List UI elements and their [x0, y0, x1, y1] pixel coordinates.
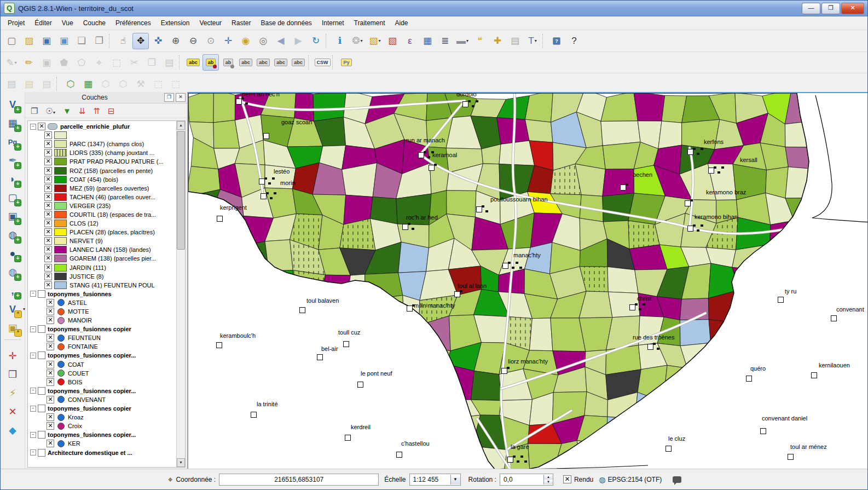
add-spatialite-layer-button[interactable]: ✒+ [4, 152, 21, 169]
visibility-checkbox[interactable]: ✕ [47, 316, 54, 324]
new-shapefile-layer-button[interactable]: V*▾ [4, 301, 21, 318]
legend-item-row[interactable]: ✕LANNEC LANN (158) (landes) [28, 245, 176, 254]
visibility-checkbox[interactable] [38, 405, 45, 412]
title-bar[interactable]: Q QGIS 2.8.1-Wien - territoire_du_scot —… [1, 1, 867, 16]
legend-item-row[interactable]: ✕MEZ (59) (parcelles ouvertes) [28, 184, 176, 193]
legend-item-row[interactable]: ✕MANOIR [28, 316, 176, 325]
menu-couche[interactable]: Couche [78, 18, 111, 28]
open-attribute-table-button[interactable]: ▦ [419, 33, 436, 49]
deselect-features-button[interactable]: ▧ [384, 33, 401, 49]
scale-combo[interactable]: 1:12 455 ▼ [409, 474, 461, 486]
open-project-button[interactable]: ▨ [21, 33, 37, 49]
new-spatialite-layer-button[interactable]: ▣* [4, 320, 21, 336]
panel-float-button[interactable]: ❐ [164, 93, 174, 102]
legend-item-row[interactable]: ✕ [28, 131, 176, 140]
visibility-checkbox[interactable]: ✕ [47, 440, 54, 447]
labeling-options-button[interactable]: abc [185, 54, 201, 71]
legend-item-row[interactable]: ✕PARC (1347) (champs clos) [28, 140, 176, 148]
remove-layer-button[interactable]: ⊟ [108, 107, 115, 115]
grass-edit-vector-button[interactable]: ⬡ [115, 76, 131, 92]
legend-item-row[interactable]: ✕Kroaz [28, 413, 176, 422]
layer-tree-scrollbar[interactable]: ▲ ▼ [176, 121, 185, 467]
label-toggle-visibility-button[interactable]: abc [238, 54, 254, 71]
label-pin-button[interactable]: ab [202, 54, 219, 71]
paste-features-button[interactable]: ▤ [161, 54, 177, 71]
add-group-button[interactable]: ❐ [31, 107, 38, 115]
toggle-editing-button[interactable]: ✏ [21, 54, 37, 71]
visibility-checkbox[interactable]: ✕ [47, 413, 54, 421]
move-feature-button[interactable]: ⬠ [73, 54, 90, 71]
visibility-checkbox[interactable] [38, 431, 45, 439]
zoom-in-button[interactable]: ⊕ [167, 33, 184, 49]
composer-manager-button[interactable]: ❐ [91, 33, 107, 49]
visibility-checkbox[interactable]: ✕ [47, 361, 54, 368]
geometry-snapper-button[interactable]: ⚡ [4, 385, 21, 401]
run-feature-action-button[interactable]: ❂▾ [349, 33, 366, 49]
scroll-down-button[interactable]: ▼ [177, 458, 185, 467]
visibility-checkbox[interactable]: ✕ [44, 281, 52, 289]
menu-extension[interactable]: Extension [156, 18, 195, 28]
group-row[interactable]: −toponymes_fusionnes copier... [28, 387, 176, 395]
whats-this-button[interactable]: ? [566, 33, 582, 49]
grass-new-vector-button[interactable]: ⬡ [97, 76, 114, 92]
legend-item-row[interactable]: ✕GOAREM (138) (parcelles pier... [28, 254, 176, 263]
rotation-up-button[interactable]: ▲ [544, 475, 553, 480]
visibility-checkbox[interactable]: ✕ [38, 123, 45, 130]
add-wcs-layer-button[interactable]: ●+ [4, 245, 21, 262]
grass-region-edit-button[interactable]: ⬚ [167, 76, 184, 92]
menu-base-de-donn-es[interactable]: Base de données [256, 18, 316, 28]
legend-item-row[interactable]: ✕PLACEN (28) (places, placitres) [28, 228, 176, 237]
run-feature-action-dropdown-arrow[interactable]: ▾ [361, 38, 363, 43]
tree-expander[interactable]: − [30, 406, 36, 412]
grass-new-mapset-button[interactable]: ▤ [21, 76, 37, 92]
save-project-as-button[interactable]: ▣ [56, 33, 72, 49]
menu-projet[interactable]: Projet [3, 18, 30, 28]
render-checkbox[interactable]: ✕ [563, 475, 571, 483]
add-wfs-layer-button[interactable]: ◍+ [4, 264, 21, 280]
scale-dropdown-arrow[interactable]: ▼ [450, 475, 460, 485]
add-grass-vector-layer-button[interactable]: ⬡ [62, 76, 79, 92]
legend-item-row[interactable]: ✕COAT [28, 360, 176, 369]
zoom-native-button[interactable]: ⊙ [202, 33, 219, 49]
visibility-checkbox[interactable]: ✕ [44, 273, 52, 280]
touch-zoom-button[interactable]: ☝ [115, 33, 131, 49]
copy-features-button[interactable]: ❐ [143, 54, 160, 71]
grass-tools-button[interactable]: ⚒ [132, 76, 149, 92]
tree-expander[interactable]: − [30, 353, 36, 359]
text-annotation-button[interactable]: T▾ [524, 33, 541, 49]
zoom-last-button[interactable]: ◀ [273, 33, 289, 49]
visibility-checkbox[interactable]: ✕ [44, 264, 52, 272]
scrollbar-thumb[interactable] [177, 131, 185, 250]
add-vector-layer-button[interactable]: V+ [4, 96, 21, 113]
layers-panel-header[interactable]: Couches ❐ ✕ [25, 92, 187, 103]
add-delimited-text-layer-button[interactable]: ,+ [4, 283, 21, 299]
select-features-dropdown-arrow[interactable]: ▾ [379, 38, 381, 43]
group-row[interactable]: −toponymes_fusionnes copier... [28, 351, 176, 360]
visibility-checkbox[interactable]: ✕ [44, 237, 52, 245]
grass-close-mapset-button[interactable]: ▤ [38, 76, 55, 92]
measure-dropdown-arrow[interactable]: ▾ [466, 38, 468, 43]
zoom-next-button[interactable]: ▶ [290, 33, 306, 49]
help-contents-button[interactable]: ? [548, 33, 565, 49]
visibility-checkbox[interactable]: ✕ [44, 220, 52, 227]
scroll-up-button[interactable]: ▲ [177, 121, 185, 130]
manage-visibility-dropdown-arrow[interactable]: ▾ [53, 110, 55, 115]
group-row[interactable]: −toponymes_fusionnes copier [28, 404, 176, 413]
pan-map-button[interactable]: ✥ [132, 33, 149, 49]
add-raster-layer-button[interactable]: ▦+ [4, 115, 21, 131]
filter-legend-button[interactable]: ▼ [63, 107, 71, 115]
visibility-checkbox[interactable]: ✕ [47, 422, 54, 430]
show-bookmarks-button[interactable]: ▤ [507, 33, 523, 49]
tree-expander[interactable]: − [30, 326, 36, 332]
group-row[interactable]: −toponymes_fusionnes copier [28, 325, 176, 333]
rotation-spinner[interactable]: 0,0 ▲ ▼ [500, 474, 553, 486]
visibility-checkbox[interactable] [38, 387, 45, 395]
label-move-button[interactable]: abc [255, 54, 271, 71]
legend-item-row[interactable]: ✕KER [28, 439, 176, 448]
legend-item-row[interactable]: ✕STANG (41) FEUNTEUN POUL [28, 281, 176, 290]
add-feature-button[interactable]: ⬟ [56, 54, 72, 71]
legend-item-row[interactable]: ✕Croix [28, 422, 176, 430]
visibility-checkbox[interactable]: ✕ [47, 370, 54, 377]
legend-item-row[interactable]: ✕COURTIL (18) (espaces de tra... [28, 210, 176, 219]
menu-pr-f-rences[interactable]: Préférences [111, 18, 156, 28]
